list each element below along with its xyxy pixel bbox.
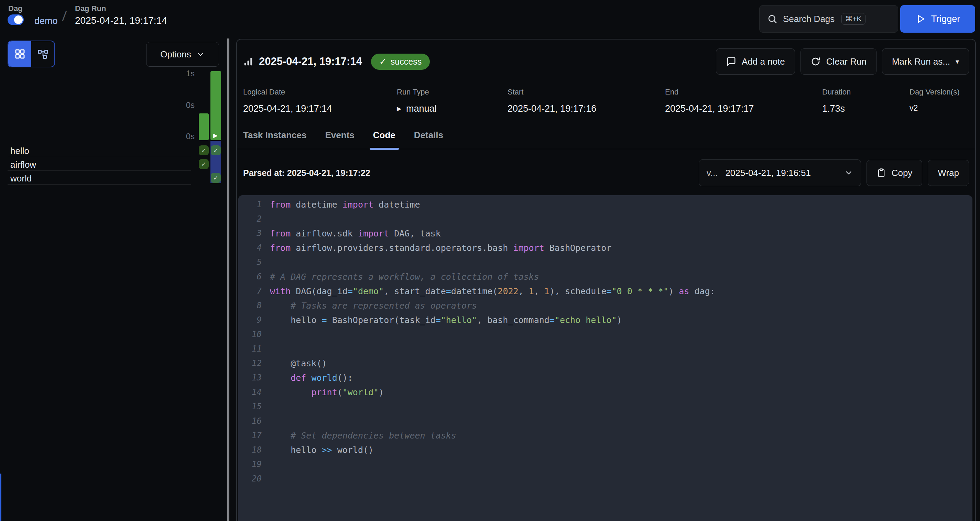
note-icon	[726, 56, 736, 67]
meta-value: 1.73s	[822, 103, 910, 114]
line-number: 2	[238, 214, 262, 224]
line-source: @task()	[270, 359, 327, 369]
row-divider	[8, 184, 191, 184]
clear-run-label: Clear Run	[826, 56, 867, 67]
add-note-button[interactable]: Add a note	[716, 48, 795, 75]
line-number: 14	[238, 387, 262, 397]
manual-run-play-icon: ▶	[213, 132, 218, 139]
code-line-6: 6# A DAG represents a workflow, a collec…	[238, 269, 972, 284]
meta-run-type: Run Type▶manual	[397, 87, 508, 114]
dag-pause-toggle[interactable]	[8, 14, 24, 25]
dagrun-detail-card: 2025-04-21, 19:17:14 ✓ success Add a not…	[236, 39, 976, 521]
wrap-button[interactable]: Wrap	[928, 160, 969, 186]
run-duration-bar-previous[interactable]	[199, 113, 209, 140]
code-line-9: 9 hello = BashOperator(task_id="hello", …	[238, 313, 972, 327]
chevron-down-icon	[196, 50, 205, 59]
task-instance-hello-previous-run[interactable]: ✓	[199, 145, 209, 155]
dag-name-link[interactable]: demo	[34, 16, 58, 27]
grid-panel: Options 1s0s0s ▶ hello✓✓airflow✓world✓	[0, 38, 227, 521]
copy-label: Copy	[892, 168, 913, 178]
mark-run-as-button[interactable]: Mark Run as... ▾	[882, 48, 969, 75]
task-instance-airflow-previous-run[interactable]: ✓	[199, 159, 209, 169]
clipboard-icon	[877, 168, 886, 178]
code-toolbar: Parsed at: 2025-04-21, 19:17:22 v... 202…	[237, 159, 975, 186]
line-number: 19	[238, 459, 262, 469]
search-icon	[767, 14, 778, 24]
line-source: # Tasks are represented as operators	[270, 301, 477, 311]
focus-indicator	[0, 473, 2, 521]
run-duration-bar-selected[interactable]	[210, 71, 221, 140]
trigger-button[interactable]: Trigger	[900, 5, 975, 33]
grid-view-button[interactable]	[8, 41, 31, 67]
line-number: 6	[238, 272, 262, 281]
caret-down-icon: ▾	[956, 57, 959, 66]
dagrun-breadcrumb-value: 2025-04-21, 19:17:14	[75, 15, 167, 26]
tabs: Task InstancesEventsCodeDetails	[237, 130, 975, 149]
dag-version-select[interactable]: v... 2025-04-21, 19:16:51	[699, 159, 861, 186]
task-label-hello[interactable]: hello	[10, 146, 29, 156]
dag-breadcrumb-label: Dag	[8, 4, 23, 13]
options-button[interactable]: Options	[146, 42, 219, 67]
tab-details[interactable]: Details	[414, 130, 443, 149]
meta-label: Dag Version(s)	[910, 87, 969, 97]
line-number: 13	[238, 373, 262, 383]
line-source: # A DAG represents a workflow, a collect…	[270, 272, 539, 282]
meta-value: 2025-04-21, 19:17:17	[665, 103, 822, 114]
task-instance-hello-selected-run[interactable]: ✓	[211, 145, 221, 155]
line-number: 17	[238, 430, 262, 440]
meta-start: Start2025-04-21, 19:17:16	[508, 87, 665, 114]
play-outline-icon	[915, 14, 926, 24]
line-number: 8	[238, 301, 262, 310]
wrap-label: Wrap	[938, 168, 959, 178]
check-icon: ✓	[379, 57, 387, 67]
code-line-13: 13 def world():	[238, 370, 972, 385]
meta-label: Duration	[822, 87, 910, 97]
code-line-4: 4from airflow.providers.standard.operato…	[238, 241, 972, 255]
row-divider	[8, 170, 191, 171]
dag-code-view[interactable]: 1from datetime import datetime23from air…	[238, 195, 972, 521]
meta-dag-version-s-: Dag Version(s)v2	[910, 87, 969, 114]
line-number: 1	[238, 200, 262, 209]
line-source: print("world")	[270, 387, 384, 397]
tab-events[interactable]: Events	[325, 130, 355, 149]
mark-run-as-label: Mark Run as...	[892, 56, 950, 67]
task-label-world[interactable]: world	[10, 173, 32, 184]
line-number: 16	[238, 416, 262, 426]
breadcrumb-separator: /	[62, 8, 67, 24]
search-placeholder: Search Dags	[783, 14, 835, 24]
graph-icon	[37, 48, 49, 60]
panel-splitter[interactable]	[227, 38, 229, 521]
row-divider	[8, 157, 191, 157]
run-state-badge: ✓ success	[371, 54, 430, 70]
version-prefix: v...	[706, 168, 718, 178]
line-source: from airflow.providers.standard.operator…	[270, 243, 611, 253]
copy-button[interactable]: Copy	[867, 160, 923, 186]
code-line-19: 19	[238, 457, 972, 472]
dagrun-breadcrumb-label: Dag Run	[75, 4, 106, 13]
line-source: def world():	[270, 373, 353, 383]
tab-code[interactable]: Code	[373, 130, 395, 149]
run-header: 2025-04-21, 19:17:14 ✓ success Add a not…	[237, 40, 975, 75]
line-number: 12	[238, 359, 262, 368]
line-number: 10	[238, 330, 262, 339]
graph-view-button[interactable]	[31, 41, 54, 67]
run-metadata: Logical Date2025-04-21, 19:17:14Run Type…	[237, 87, 975, 114]
search-shortcut-kbd: ⌘+K	[842, 13, 865, 25]
meta-logical-date: Logical Date2025-04-21, 19:17:14	[243, 87, 397, 114]
code-line-18: 18 hello >> world()	[238, 443, 972, 457]
clear-run-button[interactable]: Clear Run	[800, 48, 877, 75]
code-line-11: 11	[238, 342, 972, 356]
axis-tick-label: 1s	[174, 69, 195, 78]
code-line-3: 3from airflow.sdk import DAG, task	[238, 226, 972, 241]
task-instance-world-selected-run[interactable]: ✓	[211, 173, 221, 183]
toggle-knob	[14, 16, 23, 24]
task-label-airflow[interactable]: airflow	[10, 159, 36, 170]
axis-tick-label: 0s	[174, 132, 195, 141]
meta-end: End2025-04-21, 19:17:17	[665, 87, 822, 114]
search-dags-input[interactable]: Search Dags ⌘+K	[759, 5, 898, 33]
tab-task-instances[interactable]: Task Instances	[243, 130, 307, 149]
line-number: 3	[238, 229, 262, 238]
grid-icon	[14, 48, 26, 60]
run-actions: Add a note Clear Run Mark Run as... ▾	[716, 48, 969, 75]
view-switcher	[8, 41, 55, 67]
